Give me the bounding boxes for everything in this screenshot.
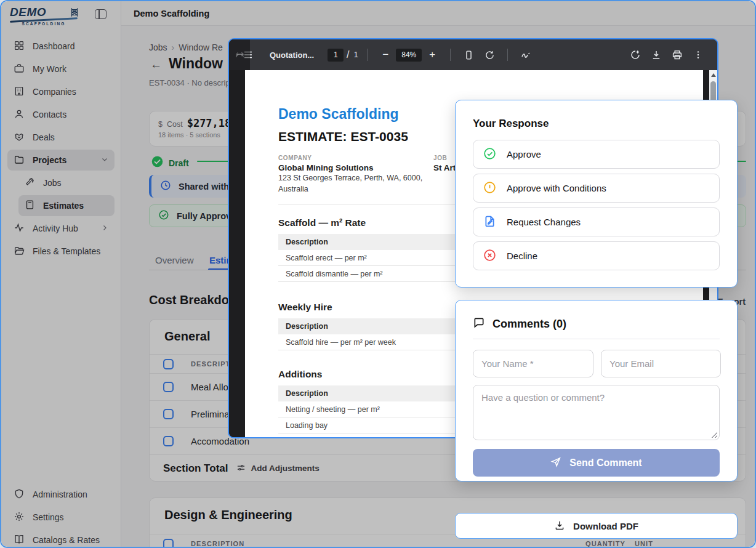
response-panel-title: Your Response (473, 118, 549, 130)
decline-button[interactable]: Decline (473, 241, 720, 270)
company-name: Global Mining Solutions (278, 163, 433, 172)
approve-with-conditions-button[interactable]: Approve with Conditions (473, 174, 720, 203)
request-changes-button[interactable]: Request Changes (473, 208, 720, 236)
page-number-input[interactable]: 1 (328, 49, 344, 62)
response-panel: Your Response Approve Approve with Condi… (455, 100, 738, 288)
scrollbar-thumb[interactable] (710, 81, 716, 102)
comments-panel: Comments (0) Send Comment (455, 300, 738, 482)
pdf-document-title: Quotation... (270, 50, 314, 60)
company-address-line1: 123 St Georges Terrace, Perth, WA, 6000, (278, 173, 433, 183)
download-pdf-button[interactable]: Download PDF (455, 513, 738, 539)
decline-label: Decline (507, 251, 537, 261)
paper-plane-icon (550, 456, 561, 470)
approve-check-icon (483, 147, 496, 162)
approve-label: Approve (507, 149, 541, 159)
zoom-in-button[interactable]: + (422, 49, 443, 61)
add-annotation-icon[interactable] (625, 49, 646, 60)
document-edit-icon (483, 215, 496, 230)
company-label: COMPANY (278, 155, 433, 161)
approve-button[interactable]: Approve (473, 140, 720, 169)
fit-to-page-icon[interactable] (458, 50, 479, 60)
draw-annotation-icon[interactable] (515, 49, 536, 60)
page-total: 1 (352, 50, 360, 59)
chat-bubble-icon (473, 316, 485, 332)
toolbar-divider (507, 49, 508, 61)
approve-with-conditions-label: Approve with Conditions (507, 183, 606, 193)
toolbar-divider (450, 49, 451, 61)
toolbar-divider (367, 49, 368, 61)
zoom-out-button[interactable]: − (375, 49, 396, 61)
email-field[interactable] (601, 350, 721, 377)
download-icon[interactable] (646, 49, 667, 60)
rotate-icon[interactable] (479, 50, 500, 60)
zoom-level-input[interactable]: 84% (396, 49, 422, 62)
download-pdf-label: Download PDF (573, 521, 638, 531)
request-changes-label: Request Changes (507, 217, 581, 227)
comment-textarea[interactable] (473, 385, 720, 440)
name-field[interactable] (473, 350, 593, 377)
pdf-toolbar: Quotation... 1 / 1 − 84% + (229, 39, 717, 70)
pdf-company-block: COMPANY Global Mining Solutions 123 St G… (278, 155, 433, 195)
app-window: DEMO SCAFFOLDING Dashboard My Work (0, 0, 756, 548)
more-options-icon[interactable] (688, 50, 709, 60)
comments-title: Comments (0) (493, 318, 566, 331)
decline-x-icon (483, 249, 496, 264)
redo-icon (229, 39, 250, 70)
company-address-line2: Australia (278, 184, 433, 195)
download-tray-icon (554, 520, 565, 533)
comments-header: Comments (0) (473, 316, 566, 332)
print-icon[interactable] (667, 49, 688, 60)
comment-textarea-wrap (473, 385, 720, 440)
send-comment-label: Send Comment (569, 457, 641, 469)
warning-circle-icon (483, 181, 496, 196)
scroll-up-arrow-icon[interactable] (711, 73, 716, 77)
comments-divider (473, 339, 720, 339)
send-comment-button[interactable]: Send Comment (473, 449, 720, 477)
page-separator: / (344, 49, 352, 60)
